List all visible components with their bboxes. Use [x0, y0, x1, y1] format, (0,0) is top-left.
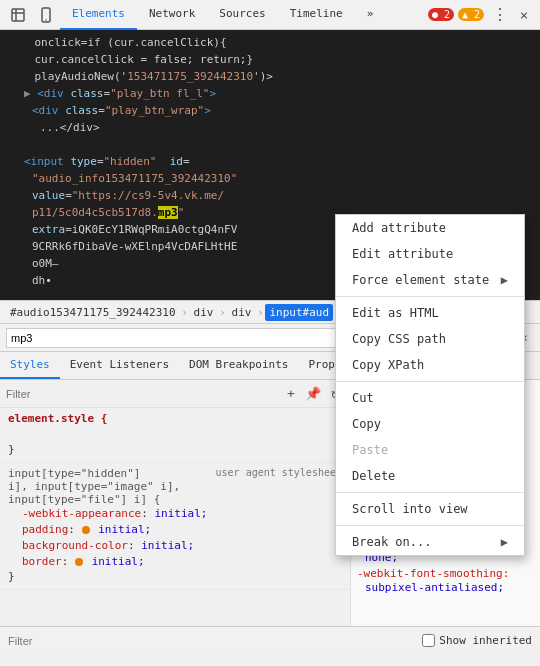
menu-item-add-attribute[interactable]: Add attribute: [336, 215, 524, 241]
menu-item-paste: Paste: [336, 437, 524, 463]
mobile-icon[interactable]: [32, 1, 60, 29]
menu-item-scroll-into-view[interactable]: Scroll into view: [336, 496, 524, 522]
toolbar: Elements Network Sources Timeline » ● 2 …: [0, 0, 540, 30]
css-rule-element-style: element.style { }: [0, 408, 350, 463]
menu-separator-1: [336, 296, 524, 297]
code-line-8: <input type="hidden" id=: [8, 153, 532, 170]
code-line-2: cur.cancelClick = false; return;}: [8, 51, 532, 68]
menu-item-copy-css-path[interactable]: Copy CSS path: [336, 326, 524, 352]
styles-panel: + 📌 ↻ element.style { } input[type="hidd…: [0, 380, 350, 626]
orange-dot-padding: [82, 526, 90, 534]
context-menu: Add attribute Edit attribute Force eleme…: [335, 214, 525, 556]
menu-item-break-on[interactable]: Break on... ▶: [336, 529, 524, 555]
badge-container: ● 2 ▲ 2: [428, 8, 484, 21]
close-button[interactable]: ×: [512, 1, 536, 29]
code-line-5: <div class="play_btn_wrap">: [8, 102, 532, 119]
submenu-arrow-force: ▶: [501, 273, 508, 287]
menu-separator-2: [336, 381, 524, 382]
menu-separator-3: [336, 492, 524, 493]
menu-item-delete[interactable]: Delete: [336, 463, 524, 489]
tab-styles[interactable]: Styles: [0, 352, 60, 379]
css-selector: element.style {: [8, 412, 107, 425]
menu-item-copy-xpath[interactable]: Copy XPath: [336, 352, 524, 378]
submenu-arrow-break: ▶: [501, 535, 508, 549]
inspect-icon[interactable]: [4, 1, 32, 29]
tab-timeline[interactable]: Timeline: [278, 0, 355, 30]
css-selector2: input[type="hidden"]: [8, 467, 140, 480]
bottom-filter-input[interactable]: [8, 632, 416, 650]
tab-network[interactable]: Network: [137, 0, 207, 30]
svg-point-4: [45, 19, 47, 21]
orange-dot-border: [75, 558, 83, 566]
code-line-4: ▶ <div class="play_btn fl_l">: [8, 85, 532, 102]
show-inherited-label[interactable]: Show inherited: [422, 634, 532, 647]
breadcrumb-item-input-active[interactable]: input#aud: [265, 304, 333, 321]
tab-event-listeners[interactable]: Event Listeners: [60, 352, 179, 379]
breadcrumb-item-div2[interactable]: div: [228, 304, 256, 321]
code-line-10: value="https://cs9-5v4.vk.me/: [8, 187, 532, 204]
tab-sources[interactable]: Sources: [207, 0, 277, 30]
filter-bar: + 📌 ↻: [0, 380, 350, 408]
code-line-6: ...</div>: [8, 119, 532, 136]
bottom-bar: Show inherited: [0, 626, 540, 654]
more-menu-button[interactable]: ⋮: [488, 1, 512, 29]
tab-dom-breakpoints[interactable]: DOM Breakpoints: [179, 352, 298, 379]
error-badge: ● 2: [428, 8, 454, 21]
warn-badge: ▲ 2: [458, 8, 484, 21]
menu-item-edit-as-html[interactable]: Edit as HTML: [336, 300, 524, 326]
breadcrumb-item-div1[interactable]: div: [190, 304, 218, 321]
breadcrumb-item-audio[interactable]: #audio153471175_392442310: [6, 304, 180, 321]
menu-item-force-element-state[interactable]: Force element state ▶: [336, 267, 524, 293]
menu-separator-4: [336, 525, 524, 526]
menu-item-cut[interactable]: Cut: [336, 385, 524, 411]
css-rules-container: element.style { } input[type="hidden"] u…: [0, 408, 350, 594]
pin-icon[interactable]: 📌: [304, 385, 322, 403]
code-line-1: onclick=if (cur.cancelClick){: [8, 34, 532, 51]
add-style-icon[interactable]: +: [282, 385, 300, 403]
css-rule-input-hidden: input[type="hidden"] user agent styleshe…: [0, 463, 350, 590]
code-line-9: "audio_info153471175_392442310": [8, 170, 532, 187]
code-line-7: [8, 136, 532, 153]
menu-item-edit-attribute[interactable]: Edit attribute: [336, 241, 524, 267]
svg-rect-0: [12, 9, 24, 21]
code-line-3: playAudioNew('153471175_392442310')>: [8, 68, 532, 85]
filter-input[interactable]: [6, 385, 278, 403]
rule-source-ua[interactable]: user agent stylesheet: [216, 467, 342, 480]
menu-item-copy[interactable]: Copy: [336, 411, 524, 437]
tab-elements[interactable]: Elements: [60, 0, 137, 30]
css-rule-input-hidden-2: input[type="hidden"] user agent styleshe…: [0, 590, 350, 594]
tab-more[interactable]: »: [355, 0, 386, 30]
show-inherited-checkbox[interactable]: [422, 634, 435, 647]
